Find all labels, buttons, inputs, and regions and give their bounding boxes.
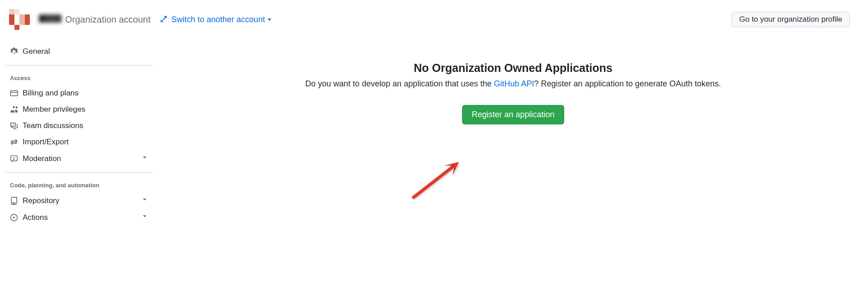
sidebar-item-team-discussions[interactable]: Team discussions [5, 118, 154, 134]
org-name-redacted [39, 14, 61, 23]
register-application-button[interactable]: Register an application [462, 105, 564, 124]
sidebar-item-member-privileges[interactable]: Member privileges [5, 101, 154, 118]
org-account-label: Organization account [65, 14, 151, 25]
settings-sidebar: General Access Billing and plans Member … [0, 43, 158, 226]
nav-label: Member privileges [23, 105, 148, 114]
repo-icon [10, 197, 18, 205]
page-header: Organization account Switch to another a… [0, 9, 868, 30]
org-info [39, 14, 61, 24]
sidebar-item-general[interactable]: General [5, 43, 154, 60]
nav-label: Moderation [23, 154, 137, 163]
annotation-arrow [409, 152, 472, 202]
arrow-switch-icon [10, 138, 18, 146]
chevron-down-icon [141, 196, 148, 205]
sidebar-item-repository[interactable]: Repository [5, 192, 154, 209]
comment-discussion-icon [10, 122, 18, 130]
report-icon [10, 155, 18, 163]
nav-label: Repository [23, 196, 137, 205]
section-heading-access: Access [5, 71, 154, 85]
switch-account-link[interactable]: Switch to another account [171, 15, 271, 24]
svg-rect-0 [10, 90, 18, 95]
org-avatar [9, 9, 30, 30]
gear-icon [10, 48, 18, 56]
sidebar-item-import-export[interactable]: Import/Export [5, 134, 154, 150]
main-content: No Organization Owned Applications Do yo… [158, 43, 868, 226]
nav-label: Billing and plans [23, 89, 148, 98]
sidebar-item-actions[interactable]: Actions [5, 209, 154, 226]
nav-label: General [23, 47, 148, 56]
switch-label: Switch to another account [171, 15, 265, 24]
section-heading-code: Code, planning, and automation [5, 178, 154, 192]
chevron-down-icon [141, 154, 148, 163]
divider [5, 65, 154, 66]
switch-account[interactable]: Switch to another account [160, 15, 271, 24]
nav-label: Team discussions [23, 121, 148, 130]
chevron-down-icon [141, 213, 148, 222]
empty-state-title: No Organization Owned Applications [414, 62, 612, 75]
credit-card-icon [10, 89, 18, 97]
nav-label: Actions [23, 213, 137, 222]
text-after: ? Register an application to generate OA… [534, 79, 721, 88]
sidebar-item-billing[interactable]: Billing and plans [5, 85, 154, 101]
sidebar-item-moderation[interactable]: Moderation [5, 150, 154, 167]
nav-label: Import/Export [23, 138, 148, 147]
github-api-link[interactable]: GitHub API [494, 79, 534, 88]
people-icon [10, 105, 18, 114]
caret-down-icon [268, 19, 271, 21]
go-to-profile-button[interactable]: Go to your organization profile [731, 12, 850, 27]
divider [5, 172, 154, 173]
empty-state-text: Do you want to develop an application th… [305, 79, 721, 89]
text-before: Do you want to develop an application th… [305, 79, 494, 88]
arrow-switch-icon [160, 15, 168, 24]
play-icon [10, 214, 18, 222]
svg-point-4 [14, 159, 14, 160]
